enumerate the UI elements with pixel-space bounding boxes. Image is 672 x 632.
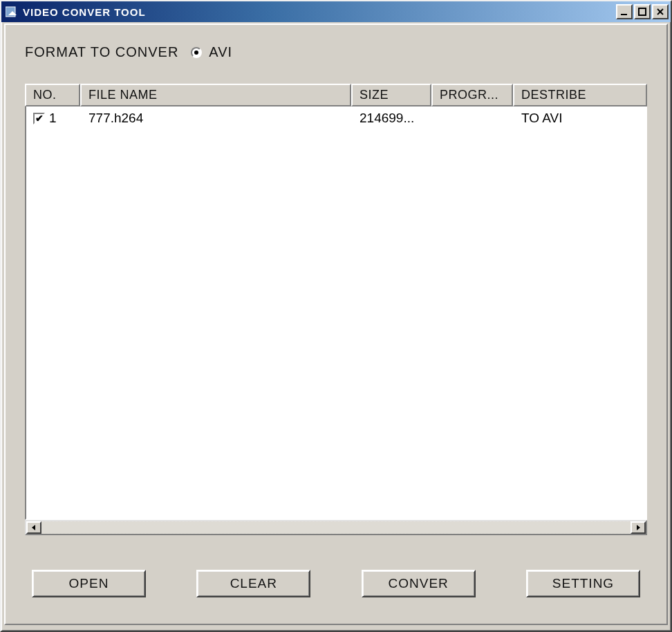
app-icon [5, 5, 19, 19]
row-checkbox[interactable]: ✔ [33, 113, 45, 124]
close-button[interactable] [652, 4, 669, 19]
maximize-button[interactable] [634, 4, 651, 19]
cell-filename: 777.h264 [82, 109, 353, 127]
row-number: 1 [49, 111, 57, 126]
radio-selected-icon [191, 47, 202, 58]
open-button[interactable]: OPEN [32, 570, 146, 597]
client-area: FORMAT TO CONVER AVI NO. FILE NAME SIZE … [1, 22, 671, 631]
horizontal-scrollbar[interactable] [25, 520, 647, 535]
app-window: VIDEO CONVER TOOL FORMAT TO CONVER AVI [0, 0, 672, 632]
scroll-left-button[interactable] [26, 521, 41, 534]
cell-no: ✔ 1 [26, 109, 82, 127]
main-panel: FORMAT TO CONVER AVI NO. FILE NAME SIZE … [4, 24, 668, 625]
minimize-button[interactable] [616, 4, 633, 19]
conver-button[interactable]: CONVER [362, 570, 476, 597]
cell-size: 214699... [353, 109, 433, 127]
format-label: FORMAT TO CONVER [25, 44, 178, 60]
format-row: FORMAT TO CONVER AVI [25, 44, 647, 60]
col-header-progress[interactable]: PROGR... [431, 84, 513, 106]
window-title: VIDEO CONVER TOOL [23, 6, 616, 18]
titlebar[interactable]: VIDEO CONVER TOOL [1, 1, 671, 22]
format-avi-radio[interactable]: AVI [191, 44, 232, 60]
button-row: OPEN CLEAR CONVER SETTING [25, 535, 647, 610]
scroll-track[interactable] [41, 521, 631, 534]
col-header-no[interactable]: NO. [25, 84, 80, 106]
clear-button[interactable]: CLEAR [196, 570, 310, 597]
setting-button[interactable]: SETTING [526, 570, 640, 597]
format-option-label: AVI [209, 44, 232, 60]
list-body[interactable]: ✔ 1 777.h264 214699... TO AVI [25, 106, 647, 520]
window-controls [616, 4, 669, 19]
file-listview: NO. FILE NAME SIZE PROGR... DESTRIBE ✔ 1… [25, 84, 647, 535]
cell-describe: TO AVI [514, 109, 646, 127]
svg-rect-2 [639, 8, 646, 15]
table-row[interactable]: ✔ 1 777.h264 214699... TO AVI [26, 106, 646, 130]
list-header: NO. FILE NAME SIZE PROGR... DESTRIBE [25, 84, 647, 106]
scroll-right-button[interactable] [631, 521, 646, 534]
cell-progress [433, 109, 514, 127]
col-header-describe[interactable]: DESTRIBE [513, 84, 647, 106]
svg-rect-1 [621, 14, 627, 15]
col-header-size[interactable]: SIZE [351, 84, 431, 106]
col-header-filename[interactable]: FILE NAME [80, 84, 351, 106]
